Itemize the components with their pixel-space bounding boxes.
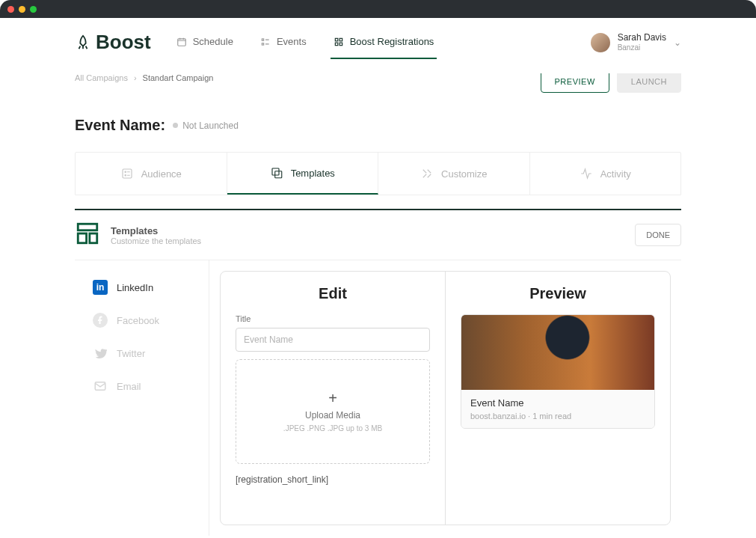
svg-rect-3 [335,38,338,41]
svg-rect-11 [274,171,281,178]
svg-rect-7 [123,169,132,178]
svg-rect-13 [78,233,86,243]
tab-activity[interactable]: Activity [530,153,681,195]
svg-point-8 [125,171,126,173]
launch-button[interactable]: LAUNCH [617,73,681,93]
nav-events-label: Events [277,36,307,47]
nav-schedule-label: Schedule [193,36,233,47]
user-name: Sarah Davis [618,33,666,43]
preview-button[interactable]: PREVIEW [541,73,609,93]
channel-facebook-label: Facebook [117,315,159,326]
channel-email-label: Email [117,381,141,392]
grid-icon [334,37,344,47]
breadcrumb-current: Standart Campaign [143,73,214,82]
minimize-window-icon[interactable] [19,6,25,13]
avatar [591,33,610,52]
tab-audience[interactable]: Audience [76,153,227,195]
edit-column: Edit Title + Upload Media .JPEG .PNG .JP… [221,272,446,525]
brand-text: Boost [96,31,151,54]
svg-rect-5 [335,43,338,46]
section-title: Templates [111,225,201,236]
preview-title: Event Name [470,397,645,409]
channel-linkedin-label: LinkedIn [117,282,153,293]
preview-card: Event Name boost.banzai.io · 1 min read [461,314,655,429]
svg-rect-4 [339,38,342,41]
nav-registrations-label: Boost Registrations [350,36,434,47]
channel-facebook[interactable]: Facebook [75,304,209,337]
user-org: Banzai [618,43,666,52]
tab-customize-label: Customize [441,168,487,180]
channel-list: in LinkedIn Facebook Twitter Email [75,260,209,536]
audience-icon [120,167,134,180]
status-text: Not Launched [182,120,239,131]
templates-icon [270,166,283,180]
linkedin-icon: in [93,280,108,295]
activity-icon [580,167,593,180]
workflow-tabs: Audience Templates Customize Activity [75,152,681,195]
section-subtitle: Customize the templates [111,236,201,245]
svg-rect-10 [272,168,279,175]
breadcrumb-root[interactable]: All Campaigns [75,73,128,82]
calendar-icon [176,37,187,47]
upload-label: Upload Media [305,410,360,421]
preview-heading: Preview [461,285,655,302]
twitter-icon [93,346,108,361]
svg-rect-1 [262,38,263,40]
channel-twitter[interactable]: Twitter [75,337,209,370]
brand[interactable]: Boost [30,31,151,54]
plus-icon: + [328,390,337,407]
nav-schedule[interactable]: Schedule [173,25,236,59]
channel-email[interactable]: Email [75,370,209,403]
done-button[interactable]: DONE [635,224,681,246]
svg-rect-6 [339,43,342,46]
close-window-icon[interactable] [7,6,14,13]
svg-rect-14 [90,233,97,243]
facebook-icon [93,313,108,328]
layout-icon [75,221,100,249]
nav-events[interactable]: Events [257,25,310,59]
email-icon [93,379,108,394]
status-badge: Not Launched [173,120,239,131]
nav-registrations[interactable]: Boost Registrations [331,25,437,59]
chevron-down-icon: ⌄ [674,37,681,48]
channel-linkedin[interactable]: in LinkedIn [75,271,209,304]
status-dot-icon [173,123,178,128]
svg-rect-0 [177,38,185,45]
maximize-window-icon[interactable] [30,6,37,13]
edit-heading: Edit [236,285,430,302]
svg-rect-12 [78,224,97,230]
title-input[interactable] [236,328,430,352]
tab-templates[interactable]: Templates [227,153,379,195]
rocket-icon [75,34,91,51]
customize-icon [420,167,434,180]
preview-column: Preview Event Name boost.banzai.io · 1 m… [446,272,670,525]
svg-rect-2 [262,43,263,44]
tab-customize[interactable]: Customize [378,153,530,195]
channel-twitter-label: Twitter [117,348,145,359]
upload-dropzone[interactable]: + Upload Media .JPEG .PNG .JPG up to 3 M… [236,359,430,464]
tab-activity-label: Activity [600,168,631,180]
list-icon [260,37,271,47]
top-nav: Boost Schedule Events Boost Registration… [0,18,756,60]
upload-hint: .JPEG .PNG .JPG up to 3 MB [283,424,382,434]
window-titlebar [0,0,756,18]
title-label: Title [236,314,430,323]
svg-point-9 [125,175,126,177]
tab-templates-label: Templates [291,168,335,179]
chevron-right-icon: › [134,73,137,82]
event-name-label: Event Name: [75,117,165,134]
preview-image [461,315,654,390]
breadcrumb: All Campaigns › Standart Campaign [75,73,541,82]
user-menu[interactable]: Sarah Davis Banzai ⌄ [591,33,726,52]
preview-subtitle: boost.banzai.io · 1 min read [470,412,645,421]
tab-audience-label: Audience [141,168,182,180]
shortlink-token: [registration_short_link] [236,474,430,485]
